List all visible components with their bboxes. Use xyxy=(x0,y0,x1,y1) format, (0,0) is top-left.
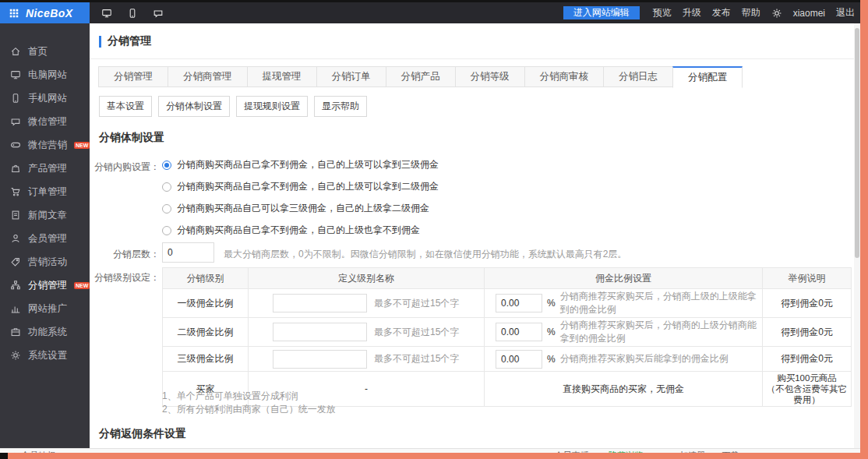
sidebar-item-wechat-mgmt[interactable]: 微信管理 xyxy=(0,110,90,133)
subtab-show-help[interactable]: 显示帮助 xyxy=(314,96,367,117)
sidebar-item-home[interactable]: 首页 xyxy=(0,40,90,63)
sidebar-item-members[interactable]: 会员管理 xyxy=(0,227,90,250)
sidebar-item-label: 微信管理 xyxy=(28,115,67,129)
mobile-site-icon[interactable] xyxy=(127,8,138,19)
title-accent-bar xyxy=(99,36,101,48)
document-icon xyxy=(10,210,21,221)
radio-icon[interactable] xyxy=(162,204,171,214)
sidebar-item-orders[interactable]: 订单管理 xyxy=(0,180,90,203)
sidebar-item-functions[interactable]: 功能系统 xyxy=(0,320,90,344)
sidebar-item-label: 功能系统 xyxy=(28,326,67,339)
frame-black-corner xyxy=(0,453,8,459)
sidebar-item-pc-site[interactable]: 电脑网站 xyxy=(0,63,90,87)
table-row: 二级佣金比例 最多不可超过15个字 % 分销商推荐买家购买后，分销商的上级分销商… xyxy=(163,318,852,347)
sidebar-item-marketing[interactable]: 营销活动 xyxy=(0,250,90,274)
col-header-example: 举例说明 xyxy=(763,268,852,289)
cart-icon xyxy=(10,186,21,197)
level1-name-input[interactable] xyxy=(273,294,367,312)
layers-input[interactable] xyxy=(162,242,214,263)
sidebar-nav: 首页 电脑网站 手机网站 微信管理 微信营销NEW 产品管理 订单管理 新闻文章… xyxy=(0,23,90,448)
enter-site-editor-button[interactable]: 进入网站编辑 xyxy=(563,6,640,19)
radio-icon[interactable] xyxy=(162,182,171,192)
radio-option-label: 分销商购买商品自己拿不到佣金，自己的上级可以拿到三级佣金 xyxy=(177,158,439,171)
bar-chart-icon xyxy=(10,303,21,314)
tab-distribution-logs[interactable]: 分销日志 xyxy=(603,66,673,87)
tab-withdrawal-mgmt[interactable]: 提现管理 xyxy=(247,66,317,87)
tab-distribution-levels[interactable]: 分销等级 xyxy=(455,66,525,87)
new-badge: NEW xyxy=(74,282,90,289)
section-heading-system: 分销体制设置 xyxy=(99,131,164,145)
level-name: 三级佣金比例 xyxy=(163,347,249,372)
publish-link[interactable]: 发布 xyxy=(712,6,731,19)
tab-distribution-config[interactable]: 分销配置 xyxy=(672,66,743,88)
sidebar-item-label: 营销活动 xyxy=(28,256,67,269)
subtab-system-settings[interactable]: 分销体制设置 xyxy=(158,96,230,117)
layers-hint: 最大分销商层数，0为不限制。因微信分销限制，如在微信使用分销功能，系统默认最高只… xyxy=(224,248,626,261)
subtab-withdraw-rules[interactable]: 提现规则设置 xyxy=(236,96,308,117)
sidebar-item-label: 系统设置 xyxy=(28,349,67,362)
sidebar-item-label: 手机网站 xyxy=(28,92,67,105)
main-content: 分销管理 分销管理 分销商管理 提现管理 分销订单 分销产品 分销等级 分销商审… xyxy=(90,23,854,448)
example-cell: 得到佣金0元 xyxy=(763,318,852,347)
desktop-site-icon[interactable] xyxy=(101,8,112,19)
gear-icon xyxy=(10,350,21,361)
buyer-example-line2: （不包含运费等其它费用） xyxy=(764,383,850,405)
level2-ratio-input[interactable] xyxy=(496,323,542,341)
logout-link[interactable]: 退出 xyxy=(836,6,855,19)
radio-option-2[interactable]: 分销商购买商品自己拿不到佣金，自己的上级可以拿到二级佣金 xyxy=(162,180,439,193)
level3-ratio-input[interactable] xyxy=(496,350,542,369)
gamepad-icon xyxy=(10,139,21,150)
note-1: 1、单个产品可单独设置分成利润 xyxy=(162,390,298,402)
sidebar-item-label: 首页 xyxy=(28,45,48,58)
sidebar-item-label: 产品管理 xyxy=(28,162,67,175)
bag-icon xyxy=(10,163,21,174)
radio-selected-icon[interactable] xyxy=(162,161,171,170)
name-length-hint: 最多不可超过15个字 xyxy=(374,297,459,310)
radio-icon[interactable] xyxy=(162,226,171,235)
tab-distribution-products[interactable]: 分销产品 xyxy=(386,66,456,87)
tab-distribution-mgmt[interactable]: 分销管理 xyxy=(98,66,168,87)
sidebar-item-promotion[interactable]: 网站推广 xyxy=(0,297,90,320)
level1-ratio-input[interactable] xyxy=(496,294,542,312)
radio-option-4[interactable]: 分销商购买商品自己拿不到佣金，自己的上级也拿不到佣金 xyxy=(162,224,420,237)
help-link[interactable]: 帮助 xyxy=(742,6,760,19)
sidebar-item-distribution[interactable]: 分销管理NEW xyxy=(0,274,90,297)
name-length-hint: 最多不可超过15个字 xyxy=(374,352,459,365)
tab-distributor-mgmt[interactable]: 分销商管理 xyxy=(168,66,248,87)
monitor-icon xyxy=(10,69,21,80)
radio-option-1[interactable]: 分销商购买商品自己拿不到佣金，自己的上级可以拿到三级佣金 xyxy=(162,158,439,171)
inner-purchase-label: 分销内购设置： xyxy=(90,161,160,174)
subtab-basic-settings[interactable]: 基本设置 xyxy=(99,96,152,117)
subtab-bar: 基本设置 分销体制设置 提现规则设置 显示帮助 xyxy=(99,96,367,117)
radio-option-label: 分销商购买商品自己拿不到佣金，自己的上级可以拿到二级佣金 xyxy=(177,180,439,193)
upgrade-link[interactable]: 升级 xyxy=(683,6,701,19)
sidebar-item-label: 电脑网站 xyxy=(28,69,67,82)
example-cell: 得到佣金0元 xyxy=(763,289,852,318)
tab-distributor-review[interactable]: 分销商审核 xyxy=(524,66,605,87)
sidebar-item-wechat-marketing[interactable]: 微信营销NEW xyxy=(0,133,90,157)
sidebar-item-label: 微信营销 xyxy=(28,139,67,152)
col-header-ratio: 佣金比例设置 xyxy=(485,268,763,289)
tab-distribution-orders[interactable]: 分销订单 xyxy=(316,66,386,87)
top-bar: NiceBoX 进入网站编辑 预览 升级 发布 帮助 xiaomei 退出 xyxy=(0,2,860,23)
apps-grid-icon xyxy=(9,8,19,19)
settings-gear-icon[interactable] xyxy=(771,8,782,19)
preview-link[interactable]: 预览 xyxy=(653,6,672,19)
sidebar-item-news[interactable]: 新闻文章 xyxy=(0,203,90,227)
scrollbar-thumb[interactable] xyxy=(855,28,859,258)
buyer-example-line1: 购买100元商品 xyxy=(764,372,850,383)
table-header-row: 分销级别 定义级别名称 佣金比例设置 举例说明 xyxy=(163,268,852,289)
sidebar-item-mobile-site[interactable]: 手机网站 xyxy=(0,87,90,110)
level3-name-input[interactable] xyxy=(273,350,367,369)
sidebar-item-products[interactable]: 产品管理 xyxy=(0,157,90,180)
sidebar-item-system-settings[interactable]: 系统设置 xyxy=(0,344,90,367)
page-title-text: 分销管理 xyxy=(108,34,151,48)
ratio-hint: 分销商推荐买家购买后，分销商上级的上级能拿到的佣金比例 xyxy=(560,290,761,316)
device-switcher xyxy=(90,2,164,23)
level2-name-input[interactable] xyxy=(273,323,367,341)
radio-option-3[interactable]: 分销商购买商品自己可以拿三级佣金，自己的上级拿二级佣金 xyxy=(162,202,429,215)
frame-orange-right xyxy=(860,0,868,459)
wechat-chat-icon[interactable] xyxy=(153,8,164,19)
app-logo[interactable]: NiceBoX xyxy=(0,2,90,23)
username-label[interactable]: xiaomei xyxy=(793,8,825,19)
